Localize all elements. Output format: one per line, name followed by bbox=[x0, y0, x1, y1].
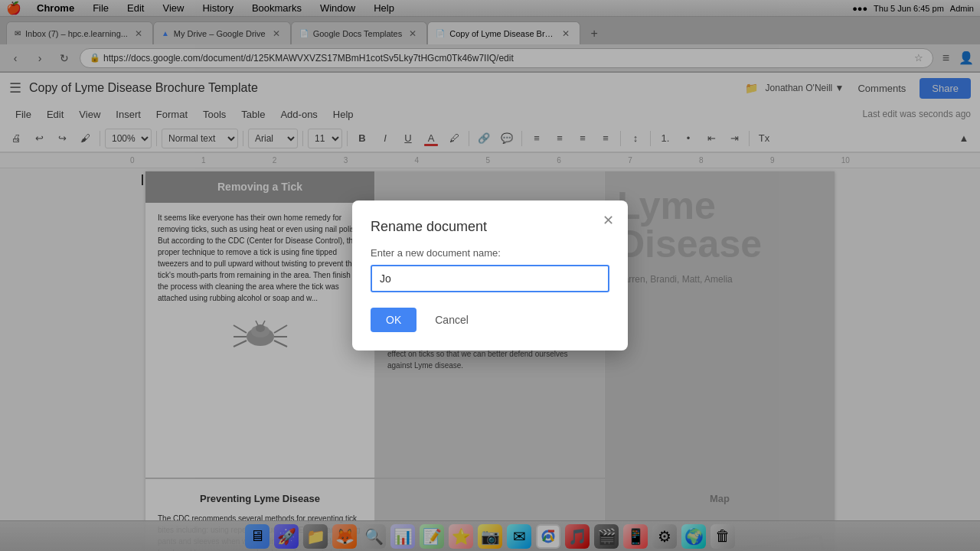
rename-modal: ✕ Rename document Enter a new document n… bbox=[352, 201, 628, 350]
modal-title: Rename document bbox=[371, 219, 609, 235]
modal-cancel-button[interactable]: Cancel bbox=[426, 308, 478, 332]
rename-input[interactable] bbox=[371, 265, 609, 292]
modal-close-button[interactable]: ✕ bbox=[597, 210, 619, 231]
modal-ok-button[interactable]: OK bbox=[371, 308, 416, 332]
modal-overlay: ✕ Rename document Enter a new document n… bbox=[0, 0, 980, 551]
modal-label: Enter a new document name: bbox=[371, 247, 609, 259]
modal-buttons: OK Cancel bbox=[371, 308, 609, 332]
